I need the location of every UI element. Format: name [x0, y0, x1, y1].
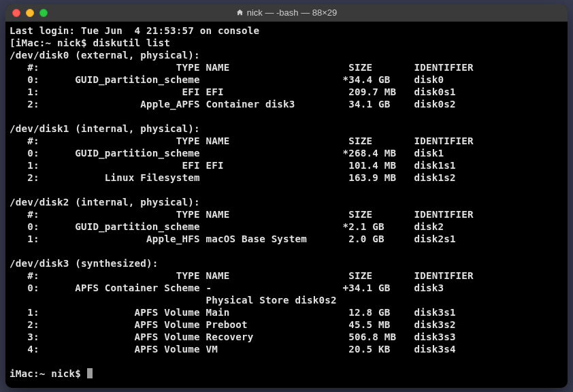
last-login-line: Last login: Tue Jun 4 21:53:57 on consol… — [10, 25, 259, 36]
window-title: nick — -bash — 88×29 — [5, 7, 568, 18]
disk0-row2: 2: Apple_APFS Container disk3 34.1 GB di… — [10, 99, 456, 110]
traffic-lights — [5, 9, 48, 17]
maximize-button[interactable] — [39, 9, 48, 17]
disk2-col-header: #: TYPE NAME SIZE IDENTIFIER — [10, 209, 474, 220]
prompt-end: iMac:~ nick$ — [10, 368, 87, 379]
minimize-button[interactable] — [26, 9, 34, 17]
disk0-row0: 0: GUID_partition_scheme *34.4 GB disk0 — [10, 74, 444, 85]
disk1-row0: 0: GUID_partition_scheme *268.4 MB disk1 — [10, 148, 444, 159]
disk2-row1: 1: Apple_HFS macOS Base System 2.0 GB di… — [10, 233, 456, 244]
disk2-header: /dev/disk2 (internal, physical): — [10, 197, 200, 208]
disk0-col-header: #: TYPE NAME SIZE IDENTIFIER — [10, 62, 474, 73]
titlebar: nick — -bash — 88×29 — [5, 4, 568, 22]
disk1-header: /dev/disk1 (internal, physical): — [10, 123, 200, 134]
disk1-row2: 2: Linux Filesystem 163.9 MB disk1s2 — [10, 172, 456, 183]
disk0-header: /dev/disk0 (external, physical): — [10, 50, 200, 61]
disk3-row0: 0: APFS Container Scheme - +34.1 GB disk… — [10, 282, 444, 293]
cursor — [87, 368, 93, 378]
disk3-row4: 3: APFS Volume Recovery 506.8 MB disk3s3 — [10, 331, 456, 342]
terminal-body[interactable]: Last login: Tue Jun 4 21:53:57 on consol… — [5, 22, 568, 388]
disk1-col-header: #: TYPE NAME SIZE IDENTIFIER — [10, 135, 474, 146]
disk3-row3: 2: APFS Volume Preboot 45.5 MB disk3s2 — [10, 319, 456, 330]
close-button[interactable] — [12, 9, 20, 17]
window-title-text: nick — -bash — 88×29 — [247, 7, 338, 18]
disk3-col-header: #: TYPE NAME SIZE IDENTIFIER — [10, 270, 474, 281]
disk3-row1: Physical Store disk0s2 — [10, 295, 337, 306]
disk0-row1: 1: EFI EFI 209.7 MB disk0s1 — [10, 86, 456, 97]
disk3-row2: 1: APFS Volume Main 12.8 GB disk3s1 — [10, 307, 456, 318]
disk2-row0: 0: GUID_partition_scheme *2.1 GB disk2 — [10, 221, 444, 232]
terminal-window: nick — -bash — 88×29 Last login: Tue Jun… — [5, 4, 568, 388]
disk3-header: /dev/disk3 (synthesized): — [10, 258, 159, 269]
home-icon — [236, 9, 244, 16]
disk1-row1: 1: EFI EFI 101.4 MB disk1s1 — [10, 160, 456, 171]
disk3-row5: 4: APFS Volume VM 20.5 KB disk3s4 — [10, 344, 456, 355]
prompt-line-command: [iMac:~ nick$ diskutil list — [10, 37, 170, 48]
